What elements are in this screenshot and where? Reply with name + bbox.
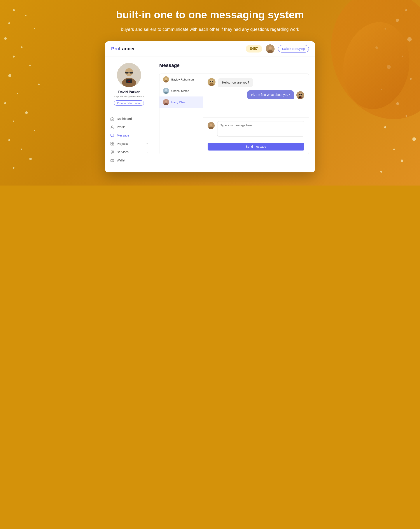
user-icon <box>110 125 114 129</box>
svg-point-20 <box>112 152 114 153</box>
contact-item-bayley[interactable]: Bayley Robertson <box>159 74 203 85</box>
svg-rect-6 <box>125 72 128 74</box>
sidebar-item-dashboard[interactable]: Dashboard <box>105 115 153 123</box>
svg-rect-14 <box>112 142 114 144</box>
message-input-area <box>203 118 309 140</box>
preview-profile-button[interactable]: Preview Public Profile <box>114 100 144 106</box>
sidebar-wallet-label: Wallet <box>117 159 125 162</box>
sidebar-services-label: Services <box>117 150 129 154</box>
navbar: ProLancer $457 Switch to Buying <box>105 41 315 56</box>
bg-curve-1 <box>313 0 420 135</box>
svg-rect-21 <box>111 159 114 162</box>
contact-item-harry[interactable]: Harry Olson <box>159 96 203 108</box>
contact-name-bayley: Bayley Robertson <box>171 78 194 81</box>
svg-rect-16 <box>112 144 114 145</box>
chat-area: Hello, how are you? Hi, am fine What abo… <box>203 74 309 154</box>
profile-name: David Parker <box>109 90 148 94</box>
hero-title: built-in one to one messaging system <box>105 9 315 21</box>
sidebar-projects-label: Projects <box>117 142 128 145</box>
send-message-button[interactable]: Send message <box>208 143 304 150</box>
sidebar-item-wallet[interactable]: Wallet <box>105 156 153 165</box>
contact-name-harry: Harry Olson <box>171 101 186 104</box>
svg-rect-15 <box>111 144 112 145</box>
sidebar-item-projects[interactable]: Projects ▾ <box>105 140 153 148</box>
svg-rect-41 <box>299 94 300 95</box>
projects-chevron-icon: ▾ <box>146 143 148 145</box>
nav-avatar-img <box>266 44 275 53</box>
svg-rect-7 <box>130 72 133 74</box>
contact-name-chenai: Chenai Simon <box>171 89 189 93</box>
navbar-right: $457 Switch to Buying <box>246 44 309 53</box>
contact-avatar-bayley <box>163 76 169 82</box>
bg-curve-2 <box>336 17 416 114</box>
profile-email: mapot56314@entrastd.com <box>109 95 148 98</box>
message-layout: Bayley Robertson C <box>159 74 309 154</box>
projects-icon <box>110 142 114 146</box>
message-bubble-sent-1: Hi, am fine What about you? <box>247 90 294 99</box>
logo-pro: Pro <box>111 46 119 52</box>
hero-subtitle: buyers and sellers to communicate with e… <box>105 26 315 33</box>
svg-point-47 <box>210 124 212 126</box>
sidebar-message-label: Message <box>117 134 129 137</box>
svg-point-27 <box>165 89 167 91</box>
message-icon <box>110 133 114 137</box>
sender-avatar-1 <box>208 78 215 86</box>
sidebar-profile-label: Profile <box>117 125 126 129</box>
input-avatar <box>208 122 215 129</box>
svg-rect-18 <box>112 151 114 152</box>
message-bubble-received-1: Hello, how are you? <box>218 78 253 87</box>
services-icon <box>110 150 114 154</box>
svg-rect-42 <box>301 94 302 95</box>
main-layout: David Parker mapot56314@entrastd.com Pre… <box>105 56 315 172</box>
message-input[interactable] <box>217 121 304 136</box>
nav-menu: Dashboard Profile <box>105 111 153 168</box>
svg-rect-12 <box>111 134 114 136</box>
svg-rect-35 <box>210 81 211 82</box>
svg-point-22 <box>113 160 113 161</box>
svg-point-11 <box>112 126 113 127</box>
message-received-1: Hello, how are you? <box>208 78 304 87</box>
wallet-icon <box>110 159 114 162</box>
sidebar-item-services[interactable]: Services ▾ <box>105 148 153 156</box>
profile-avatar <box>117 63 141 87</box>
sidebar: David Parker mapot56314@entrastd.com Pre… <box>105 56 153 172</box>
contact-list: Bayley Robertson C <box>159 74 203 154</box>
contact-item-chenai[interactable]: Chenai Simon <box>159 85 203 96</box>
svg-point-30 <box>165 100 167 103</box>
svg-rect-19 <box>111 152 112 153</box>
sender-avatar-sent-1 <box>296 91 304 99</box>
page-background: built-in one to one messaging system buy… <box>0 0 420 185</box>
svg-rect-17 <box>111 151 112 152</box>
svg-point-24 <box>165 78 167 80</box>
home-icon <box>110 117 114 121</box>
balance-badge: $457 <box>246 45 262 53</box>
svg-rect-13 <box>111 142 112 144</box>
content-area: Message <box>153 56 315 172</box>
message-page-title: Message <box>159 63 309 68</box>
logo-lancer: Lancer <box>119 46 135 52</box>
message-sent-1: Hi, am fine What about you? <box>208 90 304 99</box>
sidebar-item-profile[interactable]: Profile <box>105 123 153 131</box>
contact-avatar-harry <box>163 99 169 105</box>
sidebar-dashboard-label: Dashboard <box>117 117 132 120</box>
sidebar-item-message[interactable]: Message <box>105 131 153 140</box>
chat-messages: Hello, how are you? Hi, am fine What abo… <box>203 74 309 118</box>
logo: ProLancer <box>111 46 135 52</box>
nav-avatar <box>266 44 275 53</box>
app-window: ProLancer $457 Switch to Buying <box>105 41 315 172</box>
svg-point-1 <box>269 46 272 50</box>
switch-to-buying-button[interactable]: Switch to Buying <box>278 45 309 53</box>
profile-section: David Parker mapot56314@entrastd.com Pre… <box>105 56 153 111</box>
svg-rect-36 <box>212 81 213 82</box>
services-chevron-icon: ▾ <box>146 151 148 153</box>
contact-avatar-chenai <box>163 88 169 94</box>
